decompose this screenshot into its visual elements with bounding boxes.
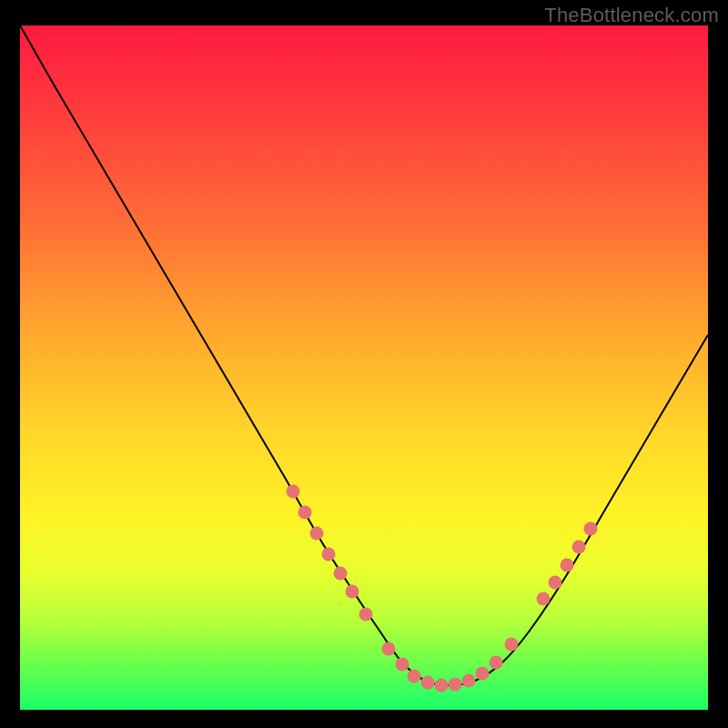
curve-marker [435,679,449,693]
curve-marker [476,667,490,681]
curve-marker [408,670,421,683]
curve-marker [449,678,462,692]
plot-area [20,25,708,710]
curve-svg [20,25,708,710]
curve-marker [322,548,336,561]
curve-marker [505,638,519,652]
chart-frame: TheBottleneck.com [0,0,728,728]
curve-marker [346,585,359,599]
curve-marker [572,541,586,554]
curve-marker [334,567,348,581]
marker-group [287,485,598,693]
curve-marker [537,592,551,606]
curve-marker [561,559,574,572]
curve-marker [359,608,373,622]
curve-marker [382,642,396,656]
bottleneck-curve-path [20,25,708,685]
curve-marker [287,485,300,499]
curve-marker [298,506,312,520]
curve-marker [462,674,476,688]
curve-marker [396,658,410,672]
curve-marker [549,576,562,590]
curve-marker [421,676,435,690]
curve-marker [584,522,598,536]
curve-marker [490,656,503,670]
watermark-text: TheBottleneck.com [544,4,719,27]
curve-marker [310,527,324,541]
